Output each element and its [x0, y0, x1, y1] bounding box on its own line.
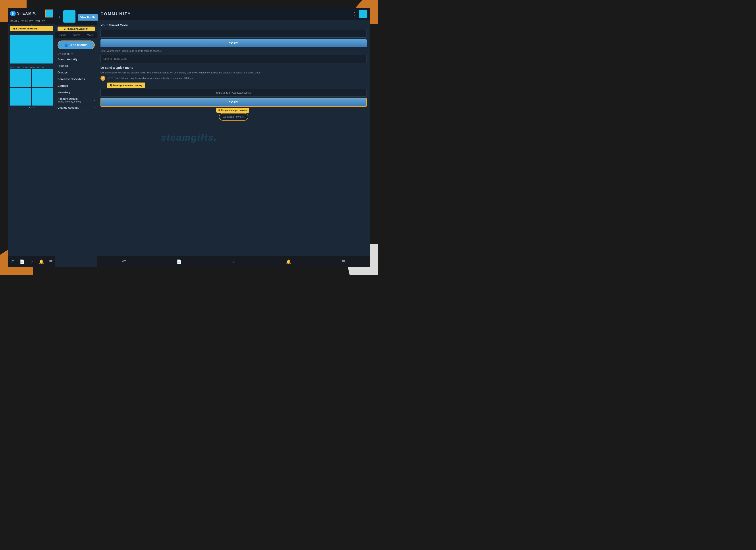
right-nav-bell-icon[interactable]: 🔔: [284, 259, 293, 265]
featured-item-3[interactable]: [10, 88, 31, 106]
community-header: COMMUNITY ⋮: [97, 8, 370, 20]
tooltip-2-add-friends: 2) «Добавить друзей»: [58, 27, 95, 31]
nav-list-icon[interactable]: 📄: [18, 259, 26, 265]
menu-friend-activity[interactable]: Friend Activity: [55, 56, 97, 63]
nav-tag-icon[interactable]: 🏷: [9, 259, 16, 265]
steam-logo: S STEAM: [10, 11, 32, 16]
right-nav-tag-icon[interactable]: 🏷: [120, 259, 128, 265]
menu-screenshots-videos[interactable]: Screenshots/Videos: [55, 76, 97, 83]
profile-top: ‹ View Profile: [55, 8, 97, 25]
nav-menu-item[interactable]: MENU: [10, 20, 19, 23]
menu-account-details[interactable]: Account Details Store, Security, Family …: [55, 96, 97, 105]
my-content-label: MY CONTENT: [55, 52, 97, 56]
featured-item-1[interactable]: [10, 69, 31, 87]
menu-change-account[interactable]: Change Account ›: [55, 105, 97, 111]
community-title: COMMUNITY: [100, 12, 131, 16]
progress-dots: [8, 106, 55, 110]
dot-active: [29, 107, 30, 108]
add-friends-button[interactable]: 👥 Add friends: [58, 41, 95, 49]
community-content: Your Friend Code COPY Enter your friend'…: [97, 20, 370, 256]
note-text-content: NOTE: Each link can only be used once an…: [107, 76, 193, 80]
profile-tabs: Games Friends Wallet: [55, 32, 97, 38]
featured-grid-bottom: [8, 88, 55, 106]
more-options-button[interactable]: ⋮: [39, 11, 43, 16]
tooltip-3-generate-link: 3) Создаем новую ссылку: [216, 108, 249, 113]
steam-icon: S: [10, 11, 16, 16]
user-avatar-header[interactable]: [45, 10, 53, 17]
user-avatar-middle: [63, 10, 75, 23]
tab-friends[interactable]: Friends: [73, 33, 81, 37]
community-avatar: [359, 10, 367, 18]
bottom-navigation-right: 🏷 📄 🛡 🔔 ☰: [97, 256, 370, 267]
checkmark-circle-icon: ✓: [100, 76, 105, 81]
header-icons: 🔍 ⋮: [32, 10, 53, 17]
generate-new-link-button[interactable]: Generate new link: [219, 113, 248, 121]
change-account-label: Change Account: [58, 106, 79, 109]
copy-invite-link-button[interactable]: COPY: [100, 98, 367, 107]
friend-code-display: [100, 29, 367, 38]
add-friends-label: Add friends: [70, 43, 88, 47]
note-text-area: ✓ NOTE: Each link can only be used once …: [100, 76, 367, 81]
community-menu-icon[interactable]: ⋮: [352, 11, 357, 17]
right-nav-menu-icon[interactable]: ☰: [340, 259, 347, 265]
main-banner-image: [10, 35, 53, 64]
quick-invite-title: Or send a Quick Invite: [100, 66, 367, 70]
tab-games[interactable]: Games: [58, 33, 66, 37]
nav-menu: MENU WISHLIST WALLET: [8, 19, 55, 24]
copy-friend-code-button[interactable]: COPY: [100, 39, 367, 47]
right-nav-shield-icon[interactable]: 🛡: [230, 259, 237, 265]
bottom-navigation-left: 🏷 📄 🛡 🔔 ☰: [8, 256, 55, 267]
arrow-right-icon: ›: [94, 99, 95, 102]
quick-invite-description: Generate a link to share via email or SM…: [100, 71, 367, 75]
right-panel-community: COMMUNITY ⋮ Your Friend Code COPY Enter …: [97, 8, 370, 267]
back-arrow-icon[interactable]: ‹: [58, 14, 61, 20]
account-details-sub: Store, Security, Family: [58, 101, 81, 103]
invite-link-display: https://s.team/p/ваша/ссылка: [100, 89, 367, 97]
add-friends-icon: 👥: [65, 43, 69, 47]
right-nav-list-icon[interactable]: 📄: [175, 259, 183, 265]
dot-3: [33, 107, 35, 108]
middle-panel-user-menu: ‹ View Profile 2) «Добавить друзей» Game…: [55, 8, 97, 267]
menu-badges[interactable]: Badges: [55, 83, 97, 89]
tooltip-1-click-avatar: 1) Жмем на аватарку: [10, 26, 53, 31]
arrow-right-icon-2: ›: [94, 106, 95, 109]
featured-item-2[interactable]: [32, 69, 53, 87]
featured-item-4[interactable]: [32, 88, 53, 106]
nav-shield-icon[interactable]: 🛡: [28, 259, 35, 265]
view-profile-button[interactable]: View Profile: [78, 14, 98, 21]
menu-friends[interactable]: Friends: [55, 63, 97, 69]
steam-label: STEAM: [17, 12, 32, 15]
nav-menu-icon[interactable]: ☰: [47, 259, 54, 265]
community-header-right: ⋮: [352, 10, 367, 18]
friend-code-description: Enter your friend's Friend Code to invit…: [100, 49, 367, 53]
menu-inventory[interactable]: Inventory: [55, 89, 97, 96]
nav-wallet-item[interactable]: WALLET: [35, 20, 45, 23]
tab-wallet[interactable]: Wallet: [87, 33, 94, 37]
friend-code-title: Your Friend Code: [100, 23, 367, 27]
menu-groups[interactable]: Groups: [55, 69, 97, 76]
nav-bell-icon[interactable]: 🔔: [37, 259, 46, 265]
featured-label: FEATURED & RECOMMENDED: [8, 66, 55, 69]
friend-code-input[interactable]: [100, 55, 367, 63]
featured-grid: [8, 69, 55, 87]
account-details-label: Account Details: [58, 97, 81, 101]
tooltip-4-copy-link: 4) Копируем новую ссылку: [107, 83, 145, 88]
left-panel-steam-store: S STEAM 🔍 ⋮ MENU WISHLIST WALLET 1) Жмем…: [8, 8, 55, 267]
search-button[interactable]: 🔍: [32, 11, 37, 16]
dot-2: [31, 107, 32, 108]
steam-header: S STEAM 🔍 ⋮: [8, 8, 55, 19]
nav-wishlist-item[interactable]: WISHLIST: [21, 20, 33, 23]
